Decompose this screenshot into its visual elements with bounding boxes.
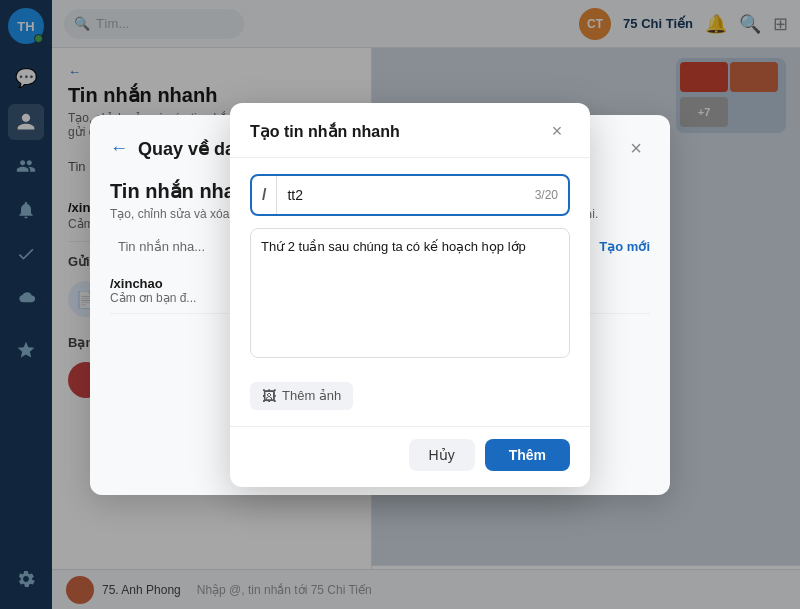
- inner-modal-close-btn[interactable]: ×: [544, 119, 570, 145]
- add-confirm-btn[interactable]: Thêm: [485, 439, 570, 471]
- shortcut-row: / 3/20: [250, 174, 570, 216]
- bp-new-btn[interactable]: Tạo mới: [599, 239, 650, 254]
- inner-modal-footer: Hủy Thêm: [230, 426, 590, 487]
- back-panel-close-btn[interactable]: ×: [622, 135, 650, 163]
- shortcut-count: 3/20: [525, 188, 568, 202]
- back-panel-back-icon[interactable]: ←: [110, 138, 128, 159]
- shortcut-input[interactable]: [277, 176, 524, 214]
- message-textarea[interactable]: [250, 228, 570, 358]
- shortcut-prefix: /: [252, 176, 277, 214]
- inner-modal-body: / 3/20 🖼 Thêm ảnh: [230, 158, 590, 426]
- inner-modal-header: Tạo tin nhắn nhanh ×: [230, 103, 590, 158]
- cancel-btn[interactable]: Hủy: [409, 439, 475, 471]
- image-icon: 🖼: [262, 388, 276, 404]
- create-quick-msg-modal: Tạo tin nhắn nhanh × / 3/20 🖼 Thêm ảnh H…: [230, 103, 590, 487]
- inner-modal-title: Tạo tin nhắn nhanh: [250, 122, 400, 141]
- bp-tab: Tin nhắn nha...: [110, 235, 213, 258]
- add-photo-btn[interactable]: 🖼 Thêm ảnh: [250, 382, 353, 410]
